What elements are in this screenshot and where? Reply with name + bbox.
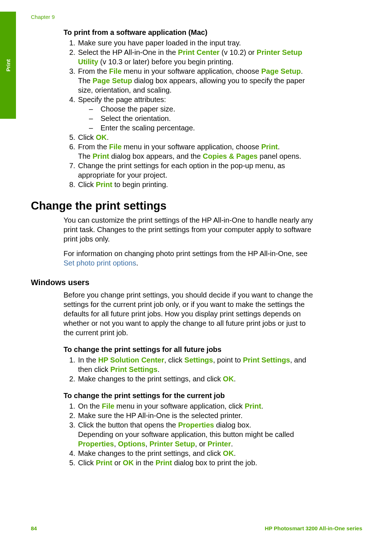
body-text: You can customize the print settings of … [64,215,314,244]
list-item: Specify the page attributes: Choose the … [77,95,314,133]
term-page-setup: Page Setup [93,77,132,85]
term-print-center: Print Center [178,48,219,56]
list-item: Make changes to the print settings, and … [77,449,314,458]
term-print-settings: Print Settings [110,365,158,373]
term-options: Options [118,440,146,448]
term-settings: Settings [184,356,213,364]
term-file: File [102,402,114,410]
chapter-label: Chapter 9 [31,14,55,20]
term-properties: Properties [78,440,114,448]
term-ok: OK [123,459,134,467]
term-print-settings: Print Settings [243,356,290,364]
body-text: For information on changing photo print … [64,249,314,268]
term-printer: Printer [208,440,231,448]
side-tab-label: Print [5,59,11,71]
list-item: Make sure you have paper loaded in the i… [77,38,314,48]
mac-steps: Make sure you have paper loaded in the i… [64,38,314,189]
link-set-photo-print-options[interactable]: Set photo print options [64,259,136,267]
term-copies-pages: Copies & Pages [203,152,258,160]
current-heading: To change the print settings for the cur… [64,392,314,400]
list-item: Select the HP All-in-One in the Print Ce… [77,48,314,66]
list-item: Click Print or OK in the Print dialog bo… [77,458,314,467]
list-item: Enter the scaling percentage. [89,123,314,133]
page-content: To print from a software application (Ma… [64,28,314,470]
list-item: On the File menu in your software applic… [77,401,314,411]
term-ok: OK [223,449,234,457]
subsection-windows-users: Windows users [31,278,314,287]
term-file: File [109,143,122,151]
list-item: In the HP Solution Center, click Setting… [77,355,314,374]
term-print: Print [261,143,278,151]
side-tab: Print [0,12,16,119]
section-change-print-settings: Change the print settings [31,199,314,212]
term-hp-solution-center: HP Solution Center [98,356,164,364]
list-item: Click the button that opens the Properti… [77,420,314,449]
list-item: Choose the paper size. [89,104,314,114]
term-ok: OK [96,133,107,141]
term-print: Print [96,181,113,189]
list-item: From the File menu in your software appl… [77,66,314,95]
term-printer-setup: Printer Setup [150,440,195,448]
term-print: Print [96,459,113,467]
list-item: Click Print to begin printing. [77,180,314,189]
term-file: File [109,67,122,75]
term-print: Print [155,459,172,467]
future-heading: To change the print settings for all fut… [64,345,314,354]
page-number: 84 [31,525,37,531]
list-item: Change the print settings for each optio… [77,161,314,180]
list-item: Make sure the HP All-in-One is the selec… [77,411,314,420]
future-steps: In the HP Solution Center, click Setting… [64,355,314,384]
term-print: Print [93,152,109,160]
series-label: HP Photosmart 3200 All-in-One series [265,525,362,531]
term-properties: Properties [178,421,214,429]
term-print: Print [245,402,261,410]
list-item: From the File menu in your software appl… [77,142,314,161]
list-item: Select the orientation. [89,114,314,123]
list-item: Make changes to the print settings, and … [77,374,314,384]
current-steps: On the File menu in your software applic… [64,401,314,467]
page-footer: 84 HP Photosmart 3200 All-in-One series [31,525,362,531]
term-page-setup: Page Setup [261,67,301,75]
term-ok: OK [223,375,234,383]
list-item: Click OK. [77,133,314,142]
mac-heading: To print from a software application (Ma… [64,28,314,37]
sub-list: Choose the paper size. Select the orient… [78,104,314,133]
body-text: Before you change print settings, you sh… [64,290,314,337]
